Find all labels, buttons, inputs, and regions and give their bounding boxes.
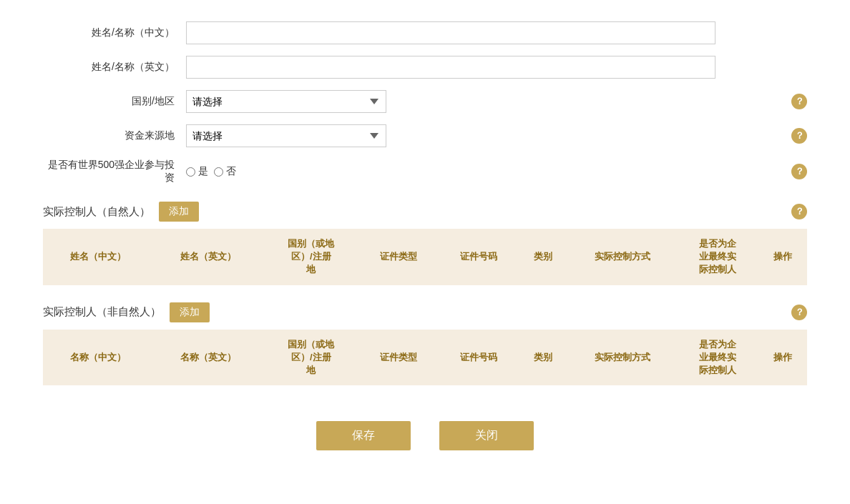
fortune500-help-icon[interactable]: ？	[791, 164, 807, 179]
non-natural-person-add-button[interactable]: 添加	[170, 302, 210, 322]
save-button[interactable]: 保存	[316, 421, 411, 450]
natural-person-header-row: 姓名（中文） 姓名（英文） 国别（或地区）/注册地 证件类型 证件号码 类别 实…	[43, 229, 807, 285]
natural-person-help-icon[interactable]: ？	[791, 204, 807, 219]
country-label: 国别/地区	[43, 95, 186, 108]
np-col-name-en: 姓名（英文）	[153, 229, 263, 285]
nnp-col-cert-type: 证件类型	[358, 330, 439, 386]
np-col-category: 类别	[518, 229, 567, 285]
nnp-col-country: 国别（或地区）/注册地	[263, 330, 358, 386]
nnp-col-name-en: 名称（英文）	[153, 330, 263, 386]
name-cn-row: 姓名/名称（中文）	[43, 21, 807, 44]
non-natural-person-table: 名称（中文） 名称（英文） 国别（或地区）/注册地 证件类型 证件号码 类别 实…	[43, 330, 807, 386]
natural-person-header: 实际控制人（自然人） 添加 ？	[43, 202, 807, 222]
np-col-cert-type: 证件类型	[358, 229, 439, 285]
bottom-buttons: 保存 关闭	[43, 421, 807, 450]
country-help-icon[interactable]: ？	[791, 94, 807, 109]
fortune500-no-radio[interactable]	[214, 167, 223, 177]
natural-person-title: 实际控制人（自然人）	[43, 205, 150, 219]
natural-person-section: 实际控制人（自然人） 添加 ？ 姓名（中文） 姓名（英文） 国别（或地区）/注册…	[43, 202, 807, 285]
natural-person-add-button[interactable]: 添加	[159, 202, 199, 222]
np-col-name-cn: 姓名（中文）	[43, 229, 153, 285]
country-select[interactable]: 请选择	[186, 90, 386, 113]
fund-source-label: 资金来源地	[43, 129, 186, 142]
non-natural-person-title: 实际控制人（非自然人）	[43, 305, 161, 319]
fortune500-yes-radio[interactable]	[186, 167, 195, 177]
nnp-col-cert-no: 证件号码	[439, 330, 519, 386]
fortune500-yes-text: 是	[198, 165, 208, 178]
non-natural-person-header-row: 名称（中文） 名称（英文） 国别（或地区）/注册地 证件类型 证件号码 类别 实…	[43, 330, 807, 386]
natural-person-table-head: 姓名（中文） 姓名（英文） 国别（或地区）/注册地 证件类型 证件号码 类别 实…	[43, 229, 807, 285]
non-natural-person-table-head: 名称（中文） 名称（英文） 国别（或地区）/注册地 证件类型 证件号码 类别 实…	[43, 330, 807, 386]
np-col-action: 操作	[758, 229, 807, 285]
natural-person-table: 姓名（中文） 姓名（英文） 国别（或地区）/注册地 证件类型 证件号码 类别 实…	[43, 229, 807, 285]
close-button[interactable]: 关闭	[439, 421, 534, 450]
fortune500-no-text: 否	[226, 165, 236, 178]
main-form: 姓名/名称（中文） 姓名/名称（英文） 国别/地区 请选择 ？ 资金来源地 请选…	[43, 21, 807, 184]
nnp-col-control-method: 实际控制方式	[567, 330, 678, 386]
non-natural-person-section: 实际控制人（非自然人） 添加 ？ 名称（中文） 名称（英文） 国别（或地区）/注…	[43, 302, 807, 386]
fortune500-yes-label[interactable]: 是	[186, 165, 208, 178]
np-col-country: 国别（或地区）/注册地	[263, 229, 358, 285]
np-col-control-method: 实际控制方式	[567, 229, 678, 285]
fortune500-radio-group: 是 否	[186, 165, 236, 178]
fund-source-select[interactable]: 请选择	[186, 124, 386, 147]
np-col-cert-no: 证件号码	[439, 229, 519, 285]
fund-source-row: 资金来源地 请选择 ？	[43, 124, 807, 147]
nnp-col-name-cn: 名称（中文）	[43, 330, 153, 386]
non-natural-person-help-icon[interactable]: ？	[791, 305, 807, 320]
nnp-col-is-final: 是否为企业最终实际控制人	[678, 330, 758, 386]
fortune500-label: 是否有世界500强企业参与投资	[43, 159, 186, 184]
name-en-row: 姓名/名称（英文）	[43, 56, 807, 79]
np-col-is-final: 是否为企业最终实际控制人	[678, 229, 758, 285]
country-row: 国别/地区 请选择 ？	[43, 90, 807, 113]
non-natural-person-header: 实际控制人（非自然人） 添加 ？	[43, 302, 807, 322]
nnp-col-action: 操作	[758, 330, 807, 386]
name-cn-input[interactable]	[186, 21, 715, 44]
fortune500-no-label[interactable]: 否	[214, 165, 236, 178]
fund-source-help-icon[interactable]: ？	[791, 128, 807, 144]
name-cn-label: 姓名/名称（中文）	[43, 26, 186, 39]
name-en-input[interactable]	[186, 56, 715, 79]
fortune500-row: 是否有世界500强企业参与投资 是 否 ？	[43, 159, 807, 184]
nnp-col-category: 类别	[518, 330, 567, 386]
name-en-label: 姓名/名称（英文）	[43, 61, 186, 74]
